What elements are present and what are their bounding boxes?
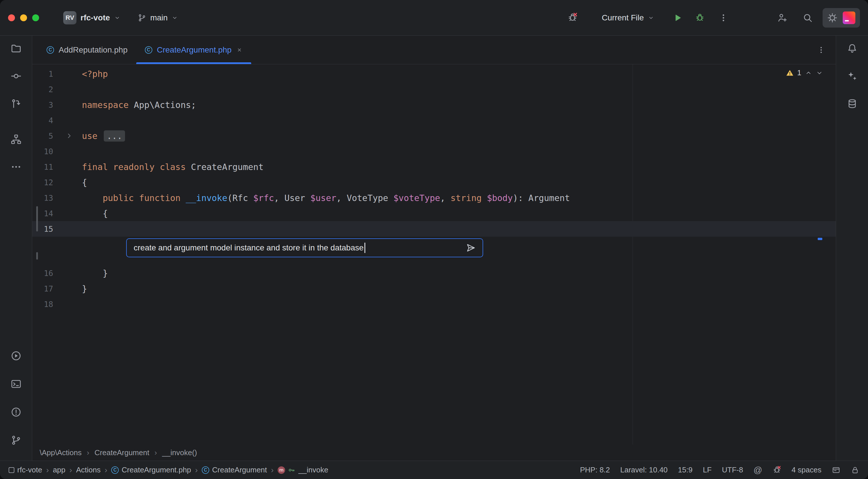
ai-assistant-icon[interactable] [847, 71, 858, 81]
debug-listener-off-icon[interactable] [773, 466, 781, 474]
code-text[interactable]: public function __invoke(Rfc $rfc, User … [82, 193, 570, 203]
minimize-window-button[interactable] [20, 14, 27, 21]
problems-icon[interactable] [11, 407, 22, 417]
database-icon[interactable] [847, 98, 858, 109]
line-number[interactable]: 17 [32, 284, 53, 293]
status-path-item[interactable]: app [53, 466, 65, 474]
line-number[interactable]: 11 [32, 163, 53, 171]
code-text[interactable]: use ... [82, 131, 125, 141]
code-line[interactable]: 11final readonly class CreateArgument [32, 159, 836, 175]
breadcrumb-item[interactable]: \App\Actions [40, 448, 82, 457]
line-number[interactable]: 12 [32, 178, 53, 187]
code-line[interactable]: 3namespace App\Actions; [32, 97, 836, 112]
code-text[interactable]: { [82, 177, 87, 187]
line-number[interactable]: 1 [32, 69, 53, 78]
settings-button[interactable] [827, 13, 838, 23]
commit-icon[interactable] [11, 71, 22, 81]
gutter[interactable]: 2 [32, 81, 82, 97]
readonly-lock-icon[interactable] [851, 466, 859, 474]
code-text[interactable]: final readonly class CreateArgument [82, 162, 264, 172]
editor-tab[interactable]: CCreateArgument.php [136, 36, 251, 64]
next-problem-button[interactable] [816, 69, 823, 77]
code-line[interactable]: 1<?php [32, 66, 836, 81]
ai-mention-icon[interactable]: @ [753, 465, 762, 475]
services-icon[interactable] [11, 350, 22, 361]
code-line[interactable]: 10 [32, 144, 836, 159]
php-version-widget[interactable]: PHP: 8.2 [580, 466, 610, 474]
add-user-button[interactable] [777, 13, 787, 23]
gutter[interactable]: 16 [32, 265, 82, 281]
send-icon[interactable] [466, 243, 476, 253]
pull-request-icon[interactable] [11, 98, 22, 109]
line-number[interactable]: 5 [32, 132, 53, 140]
zoom-window-button[interactable] [32, 14, 39, 21]
indent-widget[interactable]: 4 spaces [792, 466, 822, 474]
project-selector[interactable]: RV rfc-vote [63, 11, 120, 25]
code-text[interactable]: { [82, 208, 108, 218]
run-config-selector[interactable]: Current File [602, 13, 654, 23]
gutter[interactable]: 13 [32, 190, 82, 206]
code-text[interactable]: } [82, 268, 108, 278]
gutter[interactable]: 15 [32, 221, 82, 237]
debug-button[interactable] [695, 13, 705, 23]
debug-listener-off-button[interactable] [567, 13, 578, 23]
gutter[interactable]: 14 [32, 206, 82, 221]
code-line[interactable]: 12{ [32, 175, 836, 190]
gutter[interactable]: 1 [32, 66, 82, 81]
tab-list-button[interactable] [817, 46, 826, 54]
line-separator-widget[interactable]: LF [703, 466, 711, 474]
code-line[interactable]: 17} [32, 281, 836, 296]
line-number[interactable]: 3 [32, 101, 53, 109]
search-button[interactable] [803, 13, 813, 23]
code-text[interactable]: <?php [82, 69, 108, 79]
run-button[interactable] [673, 13, 682, 23]
gutter[interactable]: 11 [32, 159, 82, 175]
line-number[interactable]: 2 [32, 85, 53, 94]
terminal-icon[interactable] [11, 378, 22, 389]
more-icon[interactable] [11, 161, 22, 172]
gutter[interactable]: 4 [32, 112, 82, 128]
gutter[interactable]: 17 [32, 281, 82, 296]
branch-selector[interactable]: main [138, 13, 178, 23]
status-path-item[interactable]: rfc-vote [9, 466, 42, 474]
code-line[interactable]: 2 [32, 81, 836, 97]
close-icon[interactable] [236, 47, 243, 53]
git-branch-icon[interactable] [11, 435, 22, 446]
gutter[interactable]: 5 [32, 128, 82, 144]
gutter[interactable]: 18 [32, 296, 82, 312]
status-path-item[interactable]: CCreateArgument.php [111, 466, 191, 474]
code-line[interactable]: 16 } [32, 265, 836, 281]
gutter[interactable]: 12 [32, 175, 82, 190]
structure-icon[interactable] [11, 134, 22, 145]
code-line[interactable]: 14 { [32, 206, 836, 221]
code-line[interactable]: 15 [32, 221, 836, 237]
folder-icon[interactable] [11, 43, 22, 54]
ai-prompt-input[interactable]: create and argument model instance and s… [126, 238, 483, 257]
laravel-version-widget[interactable]: Laravel: 10.40 [620, 466, 668, 474]
line-number[interactable]: 10 [32, 147, 53, 156]
line-number[interactable]: 4 [32, 116, 53, 125]
line-number[interactable]: 16 [32, 269, 53, 278]
code-line[interactable]: 18 [32, 296, 836, 312]
editor[interactable]: 1<?php23namespace App\Actions;45use ...1… [32, 64, 836, 445]
fold-chevron-icon[interactable] [65, 132, 73, 140]
code-line[interactable]: 4 [32, 112, 836, 128]
encoding-widget[interactable]: UTF-8 [722, 466, 743, 474]
gutter[interactable]: 3 [32, 97, 82, 112]
bell-icon[interactable] [847, 43, 858, 54]
status-path-item[interactable]: Actions [76, 466, 101, 474]
status-path-item[interactable]: m__invoke [278, 466, 328, 474]
more-actions-button[interactable] [718, 13, 728, 23]
caret-position-widget[interactable]: 15:9 [678, 466, 693, 474]
line-number[interactable]: 13 [32, 194, 53, 202]
line-number[interactable]: 15 [32, 225, 53, 234]
code-text[interactable]: } [82, 284, 87, 294]
editor-tab[interactable]: CAddReputation.php [38, 36, 136, 64]
code-line[interactable]: 13 public function __invoke(Rfc $rfc, Us… [32, 190, 836, 206]
code-line[interactable]: 5use ... [32, 128, 836, 144]
code-text[interactable]: namespace App\Actions; [82, 100, 196, 110]
line-number[interactable]: 18 [32, 300, 53, 309]
gutter[interactable]: 10 [32, 144, 82, 159]
prev-problem-button[interactable] [805, 69, 812, 77]
breadcrumb-item[interactable]: __invoke() [162, 448, 197, 457]
